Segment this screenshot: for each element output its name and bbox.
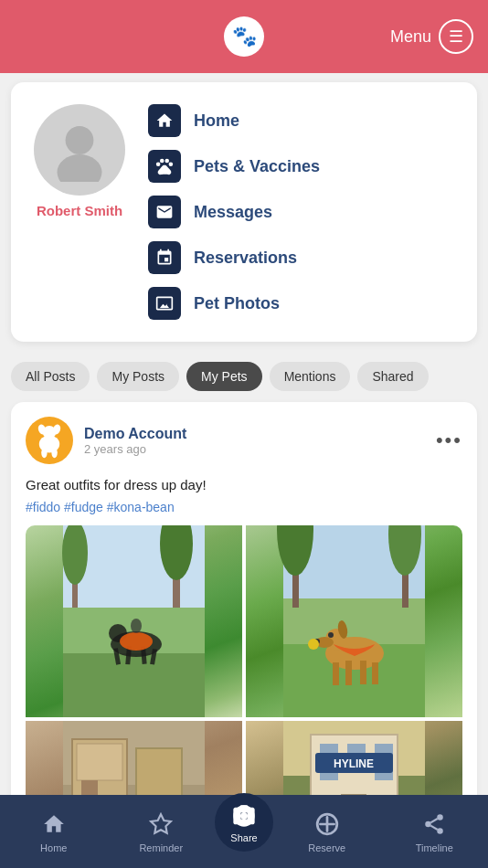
app-header: 🐾 Menu ☰ — [0, 0, 488, 73]
nav-menu-list: Home Pets & Vaccines Message — [148, 104, 459, 320]
svg-point-25 — [120, 632, 153, 651]
svg-point-2 — [156, 162, 161, 166]
svg-rect-40 — [333, 662, 339, 685]
svg-point-0 — [66, 126, 94, 154]
nav-timeline[interactable]: Timeline — [381, 810, 489, 853]
hamburger-icon: ☰ — [439, 19, 473, 54]
svg-point-26 — [131, 619, 142, 633]
post-image-2 — [246, 525, 462, 717]
app-logo: 🐾 — [224, 16, 264, 57]
svg-point-3 — [160, 159, 164, 164]
messages-nav-icon — [148, 196, 181, 228]
user-name: Robert Smith — [37, 203, 122, 218]
svg-text:HYLINE: HYLINE — [334, 757, 374, 770]
post-user-info: Demo Account 2 years ago — [84, 426, 186, 456]
post-card: Demo Account 2 years ago ••• Great outfi… — [11, 402, 477, 845]
svg-point-68 — [438, 814, 444, 820]
post-image-1 — [26, 525, 242, 717]
post-user-avatar — [26, 417, 73, 464]
nav-reserve[interactable]: Reserve — [273, 810, 381, 853]
svg-rect-43 — [372, 662, 378, 684]
post-image-grid: HYLINE HYLINEHOTEL — [26, 525, 462, 831]
reserve-bottom-icon — [313, 810, 342, 839]
reservations-nav-label: Reservations — [194, 249, 297, 268]
tab-shared[interactable]: Shared — [357, 362, 428, 391]
svg-line-72 — [431, 819, 438, 822]
user-profile-section: Robert Smith — [29, 104, 130, 218]
photos-nav-icon — [148, 287, 181, 320]
bottom-navigation: Home Reminder Share — [0, 795, 488, 868]
avatar-icon — [48, 118, 111, 182]
svg-point-38 — [328, 632, 334, 638]
share-bottom-icon — [229, 801, 259, 831]
svg-rect-13 — [63, 653, 205, 717]
svg-rect-42 — [360, 661, 366, 684]
post-more-button[interactable]: ••• — [436, 429, 462, 452]
nav-timeline-label: Timeline — [416, 842, 453, 853]
nav-item-messages[interactable]: Messages — [148, 196, 459, 228]
home-bottom-icon — [39, 810, 69, 839]
tab-my-posts[interactable]: My Posts — [97, 362, 179, 391]
pets-nav-icon — [148, 150, 181, 183]
svg-point-10 — [41, 448, 47, 458]
svg-point-70 — [438, 828, 444, 834]
reservations-nav-icon — [148, 241, 181, 274]
nav-share-center[interactable]: Share — [215, 793, 273, 852]
nav-reminder-label: Reminder — [139, 842, 183, 853]
tab-mentions[interactable]: Mentions — [270, 362, 351, 391]
nav-reserve-label: Reserve — [308, 842, 345, 853]
nav-item-home[interactable]: Home — [148, 104, 459, 137]
svg-line-71 — [431, 826, 438, 830]
pets-nav-label: Pets & Vaccines — [194, 157, 320, 176]
dog-avatar-icon — [31, 422, 68, 459]
home-nav-icon — [148, 104, 181, 137]
post-header: Demo Account 2 years ago ••• — [26, 417, 462, 464]
svg-marker-63 — [151, 814, 171, 833]
home-nav-label: Home — [194, 111, 239, 131]
post-timestamp: 2 years ago — [84, 442, 186, 456]
menu-button[interactable]: Menu ☰ — [390, 19, 473, 54]
feed-tabs: All Posts My Posts My Pets Mentions Shar… — [0, 351, 488, 402]
post-body-text: Great outfits for dress up day! — [26, 475, 462, 494]
svg-point-5 — [169, 162, 174, 166]
nav-home-label: Home — [40, 842, 67, 853]
nav-reminder[interactable]: Reminder — [108, 810, 216, 853]
photos-nav-label: Pet Photos — [194, 294, 280, 313]
nav-item-pets[interactable]: Pets & Vaccines — [148, 150, 459, 183]
svg-rect-48 — [77, 744, 122, 780]
reminder-bottom-icon — [146, 810, 175, 839]
nav-item-photos[interactable]: Pet Photos — [148, 287, 459, 320]
nav-item-reservations[interactable]: Reservations — [148, 241, 459, 274]
tab-all-posts[interactable]: All Posts — [11, 362, 90, 391]
svg-rect-41 — [345, 661, 352, 685]
svg-point-44 — [308, 639, 319, 650]
avatar — [34, 104, 125, 196]
post-username: Demo Account — [84, 426, 186, 442]
messages-nav-label: Messages — [194, 203, 272, 222]
tab-my-pets[interactable]: My Pets — [186, 362, 262, 391]
svg-point-4 — [164, 159, 169, 164]
menu-card: Robert Smith Home Pets & V — [11, 82, 477, 342]
svg-point-11 — [51, 448, 57, 458]
logo-icon: 🐾 — [232, 25, 257, 48]
svg-point-69 — [426, 821, 432, 828]
svg-point-1 — [58, 154, 102, 182]
menu-label: Menu — [390, 27, 431, 47]
post-user-section: Demo Account 2 years ago — [26, 417, 186, 464]
nav-home[interactable]: Home — [0, 810, 108, 853]
timeline-bottom-icon — [419, 810, 449, 839]
nav-share-label: Share — [230, 832, 257, 843]
post-hashtags[interactable]: #fiddo #fudge #kona-bean — [26, 500, 462, 514]
